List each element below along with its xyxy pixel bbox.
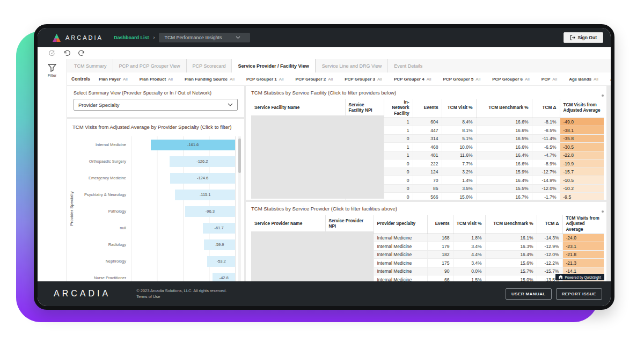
- tab-event-details[interactable]: Event Details: [387, 59, 428, 72]
- provider-table-wrap: Service Provider NameService Provider NP…: [251, 215, 601, 281]
- cell-in-network-facility: 1: [384, 151, 413, 159]
- tab-service-provider-facility-view[interactable]: Service Provider / Facility View: [231, 59, 315, 72]
- bar-radiology[interactable]: -59.9: [204, 239, 235, 250]
- cell-tcm: -4.7%: [532, 151, 560, 159]
- redo-icon[interactable]: [78, 50, 85, 57]
- sign-out-button[interactable]: Sign Out: [564, 32, 603, 43]
- panels-area: Select Summary View (Provider Specialty …: [67, 86, 611, 281]
- cell-tcm: -12.7%: [532, 168, 560, 176]
- control-name: Plan Payer: [99, 77, 121, 82]
- footer-copy: © 2023 Arcadia Solutions, LLC. All right…: [136, 288, 226, 300]
- controls-label: Controls: [71, 76, 90, 82]
- cell-tcm-benchmark: 15.5%: [476, 184, 532, 193]
- dashboard-selector[interactable]: TCM Performance Insights: [159, 33, 250, 42]
- cell-tcm-benchmark: 16.7%: [476, 193, 532, 200]
- filter-icon[interactable]: [48, 64, 56, 72]
- bar-psychiatry-neurology[interactable]: -115.1: [175, 190, 235, 200]
- summary-view-value: Provider Specialty: [78, 102, 120, 108]
- control-plan-product[interactable]: Plan ProductAll: [140, 77, 173, 82]
- report-issue-button[interactable]: REPORT ISSUE: [556, 288, 602, 300]
- bar-chart-rows: Internal Medicine-161.6Orthopaedic Surge…: [80, 136, 241, 281]
- app-header: ARCADIA Dashboard List › TCM Performance…: [38, 28, 611, 47]
- cell-tcm: -14.9%: [532, 176, 560, 185]
- col-header-tcm: TCM Δ: [537, 215, 562, 234]
- breadcrumb-dashboard-list[interactable]: Dashboard List: [114, 35, 149, 40]
- control-value: All: [230, 77, 235, 82]
- plot-area: -124.6: [131, 170, 236, 186]
- control-plan-funding-source[interactable]: Plan Funding SourceAll: [185, 77, 235, 82]
- breadcrumb-separator: ›: [153, 35, 155, 40]
- control-pcp[interactable]: PCPAll: [541, 77, 557, 82]
- bar-row-null: null-61.7: [80, 220, 236, 236]
- cell-tcm-visits-from-adjusted-average: -19.9: [560, 159, 604, 168]
- control-ambulatory-care-sensitive-c[interactable]: Ambulatory Care Sensitive C...All: [610, 77, 611, 82]
- control-pcp-grouper-5[interactable]: PCP Grouper 5All: [443, 77, 481, 82]
- cell-tcm-visit: 15.0%: [442, 193, 476, 200]
- control-pcp-grouper-4[interactable]: PCP Grouper 4All: [394, 77, 431, 82]
- panel-menu-dot[interactable]: [602, 210, 604, 213]
- category-label: Emergency Medicine: [80, 176, 131, 180]
- chart-scrollbar[interactable]: [238, 136, 241, 281]
- bar-orthopaedic-surgery[interactable]: -126.2: [170, 156, 235, 167]
- panel-menu-dot[interactable]: [602, 94, 604, 97]
- tab-pcp-scorecard[interactable]: PCP Scorecard: [186, 59, 232, 72]
- user-manual-button[interactable]: USER MANUAL: [506, 288, 552, 300]
- toolbar: [38, 47, 611, 59]
- reset-icon[interactable]: [48, 50, 55, 57]
- cell-events: 175: [427, 259, 453, 267]
- control-value: All: [279, 77, 284, 82]
- sign-out-label: Sign Out: [578, 35, 597, 40]
- cell-tcm-benchmark: 16.4%: [476, 151, 532, 159]
- cell-tcm-visits-from-adjusted-average: -23.1: [562, 242, 604, 251]
- bar-null[interactable]: -61.7: [203, 223, 235, 234]
- col-header-events: Events: [413, 99, 442, 118]
- redacted-names-block: [251, 115, 384, 199]
- tab-tcm-summary[interactable]: TCM Summary: [68, 59, 113, 72]
- control-age-bands[interactable]: Age BandsAll: [569, 77, 598, 82]
- bar-pathology[interactable]: -96.3: [185, 206, 235, 217]
- cell-tcm: -12.0%: [532, 184, 560, 193]
- bar-emergency-medicine[interactable]: -124.6: [170, 173, 235, 184]
- cell-tcm-benchmark: 16.6%: [476, 126, 532, 135]
- bar-value-label: -53.2: [217, 259, 226, 264]
- cell-tcm-visit: 0.0%: [453, 267, 485, 275]
- cell-events: 182: [427, 250, 453, 259]
- cell-events: 222: [413, 159, 442, 168]
- cell-tcm-visit: 3.4%: [453, 242, 485, 251]
- control-plan-payer[interactable]: Plan PayerAll: [99, 77, 128, 82]
- control-value: All: [427, 77, 431, 82]
- plot-area: -161.6: [131, 136, 236, 153]
- tab-service-line-and-drg-view[interactable]: Service Line and DRG View: [316, 59, 387, 72]
- facility-table-wrap: Service Facility NameService Facility NP…: [251, 99, 601, 200]
- cell-tcm: -14.3%: [537, 234, 562, 242]
- cell-events: 447: [413, 126, 442, 135]
- terms-of-use-link[interactable]: Terms of Use: [136, 294, 226, 300]
- cell-tcm-visits-from-adjusted-average: -21.8: [562, 250, 604, 259]
- dashboard-selector-value: TCM Performance Insights: [164, 35, 222, 40]
- bar-nephrology[interactable]: -53.2: [207, 256, 235, 267]
- cell-tcm-visits-from-adjusted-average: -49.0: [560, 118, 604, 126]
- control-pcp-grouper-1[interactable]: PCP Grouper 1All: [246, 77, 284, 82]
- control-pcp-grouper-6[interactable]: PCP Grouper 6All: [492, 77, 530, 82]
- chevron-down-icon: [236, 36, 240, 39]
- cell-tcm-benchmark: 16.6%: [476, 159, 532, 168]
- control-pcp-grouper-2[interactable]: PCP Grouper 2All: [296, 77, 333, 82]
- category-label: Pathology: [80, 209, 131, 214]
- summary-view-select[interactable]: Provider Specialty: [74, 99, 238, 111]
- tab-pcp-and-pcp-grouper-view[interactable]: PCP and PCP Grouper View: [113, 59, 186, 72]
- bar-value-label: -61.7: [215, 226, 224, 230]
- bar-nurse-practitioner[interactable]: -42.8: [213, 273, 235, 282]
- cell-tcm-visits-from-adjusted-average: -10.5: [560, 176, 604, 185]
- col-header-tcm-benchmark: TCM Benchmark %: [485, 215, 537, 234]
- cell-tcm-visit: 8.1%: [442, 126, 476, 135]
- control-pcp-grouper-3[interactable]: PCP Grouper 3All: [345, 77, 382, 82]
- cell-provider-specialty: Internal Medicine: [374, 250, 427, 259]
- bar-value-label: -126.2: [196, 159, 208, 164]
- undo-icon[interactable]: [63, 50, 70, 57]
- col-header-service-facility-npi: Service Facility NPI: [345, 99, 384, 118]
- cell-provider-specialty: Internal Medicine: [374, 267, 427, 275]
- bar-internal-medicine[interactable]: -161.6: [151, 140, 235, 150]
- footer-brand: ARCADIA: [54, 289, 111, 299]
- bar-row-orthopaedic-surgery: Orthopaedic Surgery-126.2: [80, 153, 236, 170]
- control-value: All: [594, 77, 598, 82]
